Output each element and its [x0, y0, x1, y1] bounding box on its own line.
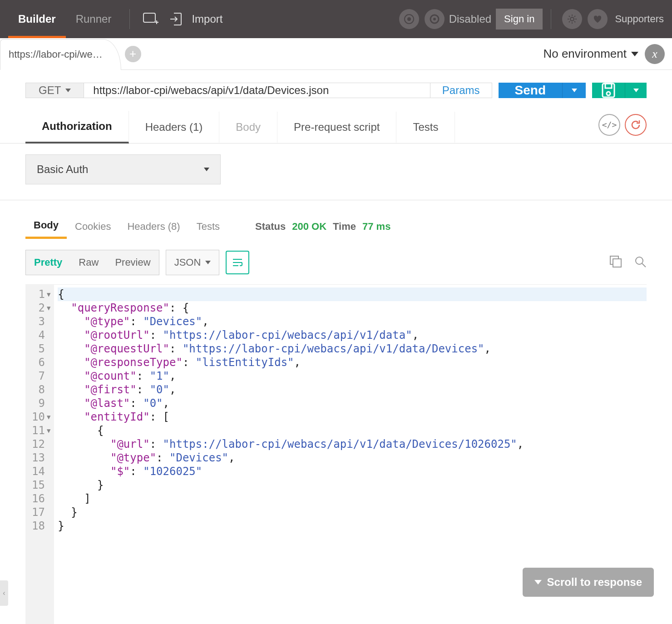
request-tab-label: https://labor-cpi/we… — [9, 49, 103, 60]
environment-label: No environment — [543, 47, 627, 61]
request-subtabs: Authorization Headers (1) Body Pre-reque… — [0, 111, 672, 144]
subtab-body[interactable]: Body — [219, 112, 277, 143]
chevron-down-icon — [205, 261, 211, 264]
subtab-prerequest[interactable]: Pre-request script — [277, 112, 396, 143]
send-button[interactable]: Send — [499, 83, 562, 98]
request-tabstrip: https://labor-cpi/we… + No environment x — [0, 38, 672, 70]
auth-row: Basic Auth — [0, 144, 672, 200]
subtab-tests[interactable]: Tests — [396, 112, 455, 143]
format-label: JSON — [174, 257, 201, 268]
divider — [129, 9, 130, 29]
request-tab[interactable]: https://labor-cpi/we… — [0, 39, 121, 70]
svg-point-6 — [433, 18, 436, 20]
response-tab-tests[interactable]: Tests — [188, 215, 228, 238]
auth-type-label: Basic Auth — [37, 163, 88, 176]
method-label: GET — [39, 84, 61, 97]
scroll-to-response-button[interactable]: Scroll to response — [523, 568, 654, 597]
subtab-headers[interactable]: Headers (1) — [129, 112, 220, 143]
response-tools-right — [609, 255, 647, 270]
svg-rect-15 — [613, 259, 621, 267]
svg-rect-9 — [605, 84, 612, 88]
chevron-down-icon — [631, 52, 638, 56]
heart-icon[interactable] — [588, 9, 608, 29]
environment-area: No environment x — [543, 44, 672, 64]
request-tools: </> — [598, 114, 647, 140]
variables-button[interactable]: x — [645, 44, 665, 64]
interceptor-icon[interactable] — [399, 9, 419, 29]
status-value: 200 OK — [292, 221, 326, 233]
environment-select[interactable]: No environment — [543, 47, 638, 61]
chevron-down-icon — [572, 89, 577, 92]
time-label: Time — [333, 221, 356, 233]
time-value: 77 ms — [362, 221, 390, 233]
topbar: Builder Runner Import Disabled Sign in S… — [0, 0, 672, 38]
view-preview[interactable]: Preview — [107, 250, 158, 275]
scroll-button-label: Scroll to response — [547, 576, 642, 589]
view-mode-group: Pretty Raw Preview — [25, 250, 159, 275]
save-dropdown[interactable] — [625, 83, 647, 98]
save-group — [592, 83, 647, 98]
view-raw[interactable]: Raw — [70, 250, 107, 275]
save-button[interactable] — [592, 83, 625, 98]
chevron-down-icon — [65, 89, 71, 92]
supporters-label[interactable]: Supporters — [615, 13, 664, 25]
view-pretty[interactable]: Pretty — [26, 250, 70, 275]
chevron-down-icon — [633, 89, 639, 92]
send-dropdown[interactable] — [562, 83, 586, 98]
add-tab-button[interactable]: + — [125, 46, 141, 62]
request-row: GET Params Send — [0, 70, 672, 103]
auth-type-select[interactable]: Basic Auth — [25, 154, 221, 184]
import-label[interactable]: Import — [192, 13, 222, 25]
chevron-down-icon — [204, 168, 209, 171]
settings-icon[interactable] — [562, 9, 582, 29]
gutter: 1▼2▼3 4 5 6 7 8 9 10▼11▼12 13 14 15 16 1… — [25, 285, 54, 624]
reset-icon[interactable] — [625, 114, 647, 136]
svg-point-16 — [636, 257, 643, 264]
response-header: Body Cookies Headers (8) Tests Status 20… — [0, 200, 672, 239]
tab-runner[interactable]: Runner — [66, 0, 122, 38]
svg-line-17 — [642, 263, 646, 267]
response-tab-cookies[interactable]: Cookies — [67, 215, 119, 238]
wrap-lines-button[interactable] — [226, 251, 249, 274]
send-group: Send — [499, 83, 586, 98]
svg-point-7 — [570, 17, 574, 21]
tab-builder[interactable]: Builder — [8, 0, 66, 38]
topbar-left: Builder Runner Import — [8, 0, 222, 38]
proxy-disabled-label: Disabled — [449, 13, 491, 25]
divider — [551, 9, 551, 29]
response-tab-body[interactable]: Body — [25, 214, 67, 239]
topbar-right: Disabled Sign in Supporters — [396, 0, 664, 38]
svg-point-4 — [407, 17, 411, 21]
response-toolbar: Pretty Raw Preview JSON — [0, 239, 672, 280]
format-select[interactable]: JSON — [166, 250, 220, 275]
code-icon[interactable]: </> — [598, 114, 620, 136]
svg-point-10 — [607, 92, 610, 95]
svg-rect-0 — [143, 13, 155, 22]
new-icon[interactable] — [141, 9, 161, 29]
proxy-icon[interactable] — [425, 9, 445, 29]
response-status: Status 200 OK Time 77 ms — [255, 221, 390, 233]
import-icon[interactable] — [166, 9, 186, 29]
params-button[interactable]: Params — [430, 83, 492, 98]
method-url-group: GET Params — [25, 83, 492, 98]
sidebar-collapse-handle[interactable]: ‹ — [0, 580, 8, 606]
search-icon[interactable] — [634, 255, 647, 270]
chevron-down-icon — [534, 580, 542, 584]
copy-icon[interactable] — [609, 255, 622, 270]
status-label: Status — [255, 221, 286, 233]
url-input[interactable] — [84, 83, 430, 98]
response-tab-headers[interactable]: Headers (8) — [119, 215, 188, 238]
signin-button[interactable]: Sign in — [496, 9, 543, 30]
subtab-authorization[interactable]: Authorization — [25, 111, 129, 144]
method-select[interactable]: GET — [26, 83, 84, 98]
